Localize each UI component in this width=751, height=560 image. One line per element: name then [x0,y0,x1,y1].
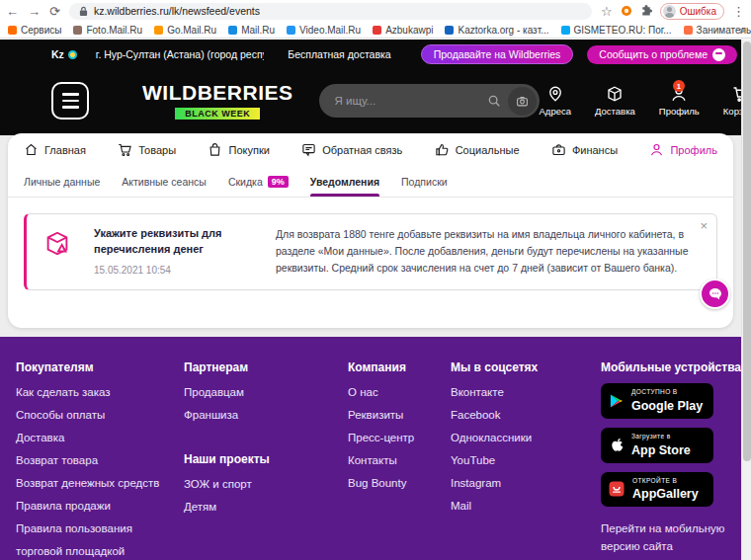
tab-feedback[interactable]: Обратная связь [301,142,402,157]
report-problem-label: Сообщить о проблеме [599,48,708,60]
extension-icon[interactable] [621,5,632,17]
page: Kz г. Нур-Султан (Астана) (город республ… [0,40,751,560]
subtab-subscriptions[interactable]: Подписки [401,166,448,197]
mobile-version-link[interactable]: Перейти на мобильную версию сайта [601,520,729,556]
bookmark-item[interactable]: Kaztorka.org - казт... [445,25,548,36]
header-item-delivery[interactable]: Доставка [595,85,635,117]
search-bar[interactable] [319,84,540,118]
browser-chrome: ← → ⟳ kz.wildberries.ru/lk/newsfeed/even… [0,0,751,40]
free-delivery-link[interactable]: Бесплатная доставка [288,48,390,60]
header-item-label: Профиль [659,106,700,117]
bookmark-item[interactable]: GISMETEO.RU: Пог... [561,25,672,36]
footer-link[interactable]: Возврат товара [16,449,174,472]
bookmark-item[interactable]: Сервисы [8,25,61,36]
footer-link[interactable]: Возврат денежных средств [16,472,174,495]
tab-goods[interactable]: Товары [118,142,176,157]
bookmarks-overflow-icon[interactable]: » [739,24,745,36]
favicon [561,26,570,35]
footer-link[interactable]: Контакты [348,449,451,472]
content-card: Главная Товары Покупки Обратная связь Со… [8,133,733,328]
bookmark-item[interactable]: Azbukawpi [373,25,433,36]
chrome-menu-icon[interactable]: ⋮ [732,5,745,18]
chrome-profile-button[interactable]: Ошибка [660,3,724,20]
footer-link[interactable]: Правила продажи [16,495,174,518]
footer-link[interactable]: Bug Bounty [348,472,451,495]
notification-count-badge: 1 [673,80,685,92]
cashbox-icon [551,142,566,157]
footer-col-title: Мобильные устройства [601,357,741,379]
tab-profile[interactable]: Профиль [649,142,717,157]
footer-links: ПродавцамФраншиза [184,381,348,427]
back-icon[interactable]: ← [6,5,19,18]
footer-link[interactable]: Детям [184,496,342,519]
header-item-profile[interactable]: 1 Профиль [659,85,700,117]
forward-icon[interactable]: → [28,5,41,18]
footer-link[interactable]: ЗОЖ и спорт [184,473,342,496]
footer-link[interactable]: О нас [348,381,451,404]
subtab-discount[interactable]: Скидка 9% [228,166,289,197]
footer-link[interactable]: Правила пользования торговой площадкой [16,518,174,560]
browser-toolbar: ← → ⟳ kz.wildberries.ru/lk/newsfeed/even… [0,0,751,22]
puzzle-icon[interactable] [640,5,652,17]
reload-icon[interactable]: ⟳ [49,5,60,18]
bookmark-label: Azbukawpi [385,25,433,36]
country-selector[interactable]: Kz [51,48,77,60]
report-problem-button[interactable]: Сообщить о проблеме [587,45,737,64]
chat-fab-button[interactable] [700,279,730,309]
bookmark-label: Video.Mail.Ru [299,25,361,36]
location-selector[interactable]: г. Нур-Султан (Астана) (город республика… [91,48,264,60]
footer-link[interactable]: Как сделать заказ [16,381,174,404]
subtab-notifications[interactable]: Уведомления [310,166,379,197]
bookmark-item[interactable]: Mail.Ru [228,25,275,36]
photo-search-button[interactable] [508,87,537,116]
location-text: г. Нур-Султан (Астана) (город республика… [96,48,264,60]
footer-link[interactable]: Пресс-центр [348,427,451,449]
favicon [73,26,82,35]
search-input[interactable] [335,95,487,107]
search-icon[interactable] [487,94,501,108]
footer-link[interactable]: Instagram [451,472,601,495]
tab-purchases[interactable]: Покупки [208,142,269,157]
app-store-badge[interactable]: Загрузите вApp Store [601,428,713,463]
subtab-personal-data[interactable]: Личные данные [24,166,100,197]
footer-link[interactable]: Способы оплаты [16,404,174,427]
footer-link[interactable]: Facebook [451,404,601,427]
address-bar[interactable]: kz.wildberries.ru/lk/newsfeed/events [69,3,592,20]
header-item-addresses[interactable]: Адреса [540,85,571,117]
footer-col-title: Покупателям [16,357,184,379]
footer-link[interactable]: YouTube [451,449,601,472]
appgallery-badge[interactable]: ОТКРОЙТЕ ВAppGallery [601,472,713,508]
country-code: Kz [51,48,64,60]
avatar [663,5,676,18]
footer-col-title: Наши проекты [184,448,348,471]
logo-block[interactable]: WILDBERRIES BLACK WEEK [142,82,293,120]
close-icon[interactable]: × [700,219,708,232]
bookmark-item[interactable]: Go.Mail.Ru [154,25,216,36]
tab-finance[interactable]: Финансы [551,142,618,157]
footer-link[interactable]: Одноклассники [451,427,601,449]
google-play-badge[interactable]: ДОСТУПНО ВGoogle Play [601,383,713,419]
footer-link[interactable]: Франшиза [184,404,342,427]
sell-on-wildberries-button[interactable]: Продавайте на Wildberries [421,44,574,64]
scrollbar[interactable] [741,40,751,560]
bookmark-item[interactable]: Video.Mail.Ru [287,25,361,36]
notification-card: Укажите реквизиты для перечисления денег… [24,213,717,290]
footer-link[interactable]: Вконтакте [451,381,601,404]
favicon [287,26,295,35]
bookmark-item[interactable]: Foto.Mail.Ru [73,25,142,36]
bookmark-star-icon[interactable]: ☆ [601,5,613,18]
subtab-active-sessions[interactable]: Активные сеансы [122,166,207,197]
footer-link[interactable]: Mail [451,495,601,518]
footer-links: О насРеквизитыПресс-центрКонтактыBug Bou… [348,381,451,495]
footer-link[interactable]: Продавцам [184,381,342,404]
wildberries-logo: WILDBERRIES [142,82,293,103]
hamburger-menu-button[interactable] [51,82,89,120]
lock-icon [79,6,88,17]
footer-link[interactable]: Доставка [16,427,174,449]
box-icon [606,85,624,103]
footer-link[interactable]: Реквизиты [348,404,451,427]
site-footer: Покупателям Как сделать заказСпособы опл… [0,337,741,560]
scrollbar-thumb[interactable] [743,41,751,461]
tab-main[interactable]: Главная [24,142,86,157]
tab-social[interactable]: Социальные [435,142,520,157]
